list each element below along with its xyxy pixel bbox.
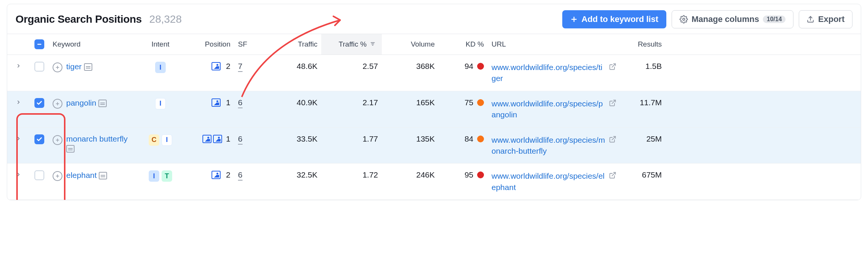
traffic-pct-value: 1.72 [321,170,382,179]
svg-line-19 [612,173,615,176]
external-link-icon[interactable] [609,136,616,145]
traffic-value: 40.9K [261,98,321,107]
results-value: 1.5B [620,62,666,71]
col-sf[interactable]: SF [234,40,261,48]
expand-row-button[interactable] [7,134,30,141]
sf-value[interactable]: 6 [238,134,243,145]
traffic-pct-value: 2.17 [321,98,382,107]
add-keyword-icon[interactable] [53,62,62,72]
sort-desc-icon [370,40,376,48]
url-link[interactable]: www.worldwildlife.org/species/pangolin [492,98,605,120]
serp-icon[interactable] [66,145,75,153]
traffic-value: 32.5K [261,170,321,179]
volume-value: 246K [382,170,439,179]
col-keyword[interactable]: Keyword [49,40,132,48]
intent-badge-I: I [155,98,166,109]
volume-value: 135K [382,134,439,143]
add-to-keyword-list-button[interactable]: Add to keyword list [562,10,666,28]
chevron-right-icon [16,100,21,105]
col-url[interactable]: URL [488,40,620,48]
kd-difficulty-dot [477,171,484,178]
col-volume[interactable]: Volume [382,40,439,48]
col-kd[interactable]: KD % [439,40,488,48]
row-checkbox[interactable] [34,62,44,72]
col-results[interactable]: Results [620,40,666,48]
kd-difficulty-dot [477,136,484,142]
external-link-icon[interactable] [609,63,616,72]
table-body: tiger I2748.6K2.57368K94www.worldwildlif… [7,55,861,200]
expand-row-button[interactable] [7,170,30,177]
add-to-keyword-list-label: Add to keyword list [582,15,658,23]
sf-value[interactable]: 7 [238,62,243,72]
table-row: tiger I2748.6K2.57368K94www.worldwildlif… [7,55,861,91]
chevron-right-icon [16,63,21,69]
row-checkbox[interactable] [34,98,44,108]
serp-feature-image-icon [212,62,221,70]
volume-value: 165K [382,98,439,107]
url-link[interactable]: www.worldwildlife.org/species/monarch-bu… [492,134,605,157]
select-all-checkbox[interactable] [34,39,44,49]
manage-columns-button[interactable]: Manage columns 10/14 [672,10,794,28]
serp-icon[interactable] [98,100,107,107]
external-link-icon[interactable] [609,99,616,109]
results-value: 675M [620,170,666,179]
traffic-value: 33.5K [261,134,321,143]
expand-row-button[interactable] [7,62,30,69]
serp-icon[interactable] [84,63,92,71]
url-link[interactable]: www.worldwildlife.org/species/elephant [492,170,605,193]
external-link-icon[interactable] [609,171,616,181]
intent-badge-I: I [155,62,166,73]
expand-row-button[interactable] [7,98,30,105]
col-intent[interactable]: Intent [132,40,189,48]
plus-icon [570,16,578,23]
kd-value: 84 [465,134,473,143]
position-value: 2 [226,170,230,179]
col-position[interactable]: Position [189,40,234,48]
add-keyword-icon[interactable] [53,171,62,181]
traffic-pct-value: 2.57 [321,62,382,71]
export-icon [807,16,814,23]
url-link[interactable]: www.worldwildlife.org/species/tiger [492,62,605,84]
volume-value: 368K [382,62,439,71]
chevron-right-icon [16,136,21,141]
svg-line-16 [612,136,615,140]
sf-value[interactable]: 6 [238,170,243,181]
add-keyword-icon[interactable] [53,99,62,109]
serp-icon[interactable] [99,172,107,179]
results-value: 11.7M [620,98,666,107]
serp-feature-image-icon [202,135,212,143]
toolbar: Organic Search Positions 28,328 Add to k… [7,4,861,34]
manage-columns-label: Manage columns [692,15,759,23]
results-value: 25M [620,134,666,143]
keyword-link[interactable]: pangolin [66,98,96,107]
row-checkbox[interactable] [34,134,44,144]
chevron-right-icon [16,172,21,177]
kd-value: 95 [465,170,473,179]
traffic-pct-value: 1.77 [321,134,382,143]
table-row: monarch butterfly CI1633.5K1.77135K84www… [7,128,861,164]
col-traffic[interactable]: Traffic [261,40,321,48]
position-value: 1 [226,134,230,143]
kd-difficulty-dot [477,99,484,106]
organic-positions-panel: Organic Search Positions 28,328 Add to k… [7,4,861,200]
table-row: pangolin I1640.9K2.17165K75www.worldwild… [7,91,861,128]
export-label: Export [818,15,845,23]
export-button[interactable]: Export [799,10,852,28]
row-checkbox[interactable] [34,170,44,180]
add-keyword-icon[interactable] [53,135,62,145]
kd-value: 94 [465,62,473,71]
position-value: 1 [226,98,230,107]
panel-title: Organic Search Positions [16,13,142,25]
kd-difficulty-dot [477,63,484,70]
keyword-link[interactable]: elephant [66,171,97,179]
intent-badge-I: I [162,134,172,146]
col-traffic-pct[interactable]: Traffic % [321,34,382,55]
intent-badge-I: I [149,170,159,182]
traffic-value: 48.6K [261,62,321,71]
intent-badge-C: C [149,134,159,146]
svg-line-13 [612,100,615,103]
keyword-link[interactable]: monarch butterfly [66,134,128,143]
sf-value[interactable]: 6 [238,98,243,108]
svg-line-10 [612,64,615,67]
keyword-link[interactable]: tiger [66,62,82,71]
